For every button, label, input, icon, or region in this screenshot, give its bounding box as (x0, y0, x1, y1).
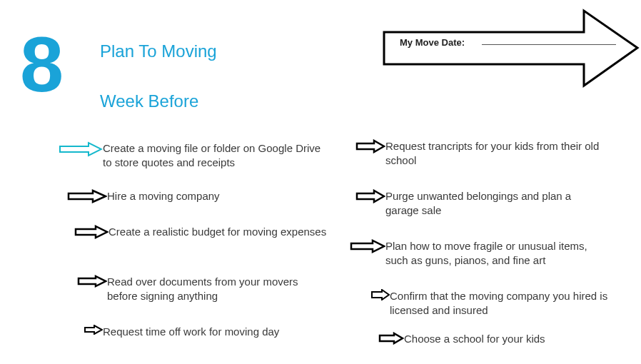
move-date-label: My Move Date: (400, 37, 465, 48)
svg-marker-3 (76, 226, 107, 238)
arrow-bullet-icon (355, 139, 385, 153)
list-item: Request trancripts for your kids from th… (355, 139, 607, 168)
svg-marker-1 (60, 143, 101, 156)
svg-marker-7 (357, 191, 384, 202)
list-item: Purge unwanted belongings and plan a gar… (355, 189, 607, 218)
list-item: Choose a school for your kids (378, 332, 545, 346)
arrow-bullet-icon (77, 275, 107, 288)
list-item: Hire a moving company (67, 189, 220, 203)
list-item: Plan how to move fragile or unusual item… (350, 239, 607, 268)
arrow-bullet-icon (350, 239, 385, 253)
list-item-text: Create a realistic budget for moving exp… (108, 225, 326, 239)
svg-marker-4 (79, 276, 106, 286)
arrow-bullet-icon (355, 189, 385, 203)
svg-marker-6 (357, 141, 384, 152)
list-item: Create a moving file or folder on Google… (59, 141, 324, 171)
title-line-1: Plan To Moving (100, 41, 217, 61)
svg-marker-9 (372, 290, 389, 300)
arrow-bullet-icon (378, 332, 404, 345)
svg-marker-0 (384, 11, 637, 86)
arrow-bullet-icon (67, 189, 107, 203)
list-item-text: Request time off work for moving day (103, 325, 279, 339)
move-date-blank-line (482, 44, 616, 45)
list-item: Create a realistic budget for moving exp… (74, 225, 326, 239)
week-number: 8 (20, 29, 64, 99)
list-item-text: Hire a moving company (107, 189, 220, 203)
list-item: Request time off work for moving day (84, 325, 279, 339)
arrow-bullet-icon (59, 141, 103, 157)
list-item-text: Plan how to move fragile or unusual item… (385, 239, 607, 268)
title-block: Plan To Moving Week Before (100, 41, 217, 111)
title-line-2: Week Before (100, 91, 217, 111)
arrow-bullet-icon (371, 289, 390, 300)
list-item-text: Confirm that the moving company you hire… (390, 289, 611, 318)
svg-marker-2 (69, 191, 106, 202)
list-item-text: Choose a school for your kids (404, 332, 545, 346)
arrow-bullet-icon (74, 225, 108, 239)
list-item-text: Read over documents from your movers bef… (107, 275, 328, 304)
list-item: Read over documents from your movers bef… (77, 275, 328, 304)
svg-marker-8 (351, 241, 384, 252)
move-date-arrow-icon (370, 7, 641, 89)
arrow-bullet-icon (84, 325, 103, 335)
list-item-text: Request trancripts for your kids from th… (385, 139, 607, 168)
list-item: Confirm that the moving company you hire… (371, 289, 611, 318)
list-item-text: Purge unwanted belongings and plan a gar… (385, 189, 607, 218)
list-item-text: Create a moving file or folder on Google… (103, 141, 324, 171)
svg-marker-5 (85, 325, 102, 334)
svg-marker-10 (380, 333, 403, 343)
